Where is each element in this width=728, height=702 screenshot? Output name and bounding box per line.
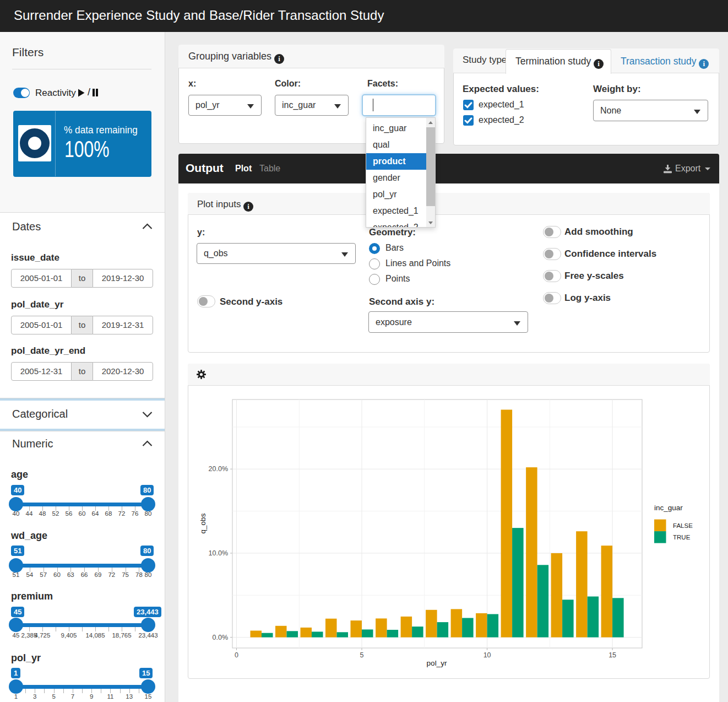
svg-text:FALSE: FALSE (673, 522, 693, 529)
svg-text:0: 0 (235, 651, 238, 659)
svg-text:TRUE: TRUE (673, 534, 691, 541)
svg-text:q_obs: q_obs (199, 513, 207, 533)
svg-text:10.0%: 10.0% (209, 549, 228, 557)
svg-text:15: 15 (609, 651, 616, 659)
svg-text:inc_guar: inc_guar (654, 504, 683, 512)
svg-text:20.0%: 20.0% (209, 465, 228, 473)
svg-text:pol_yr: pol_yr (427, 659, 447, 667)
svg-text:0.0%: 0.0% (213, 634, 229, 641)
svg-text:5: 5 (360, 651, 364, 659)
svg-text:10: 10 (483, 651, 491, 659)
